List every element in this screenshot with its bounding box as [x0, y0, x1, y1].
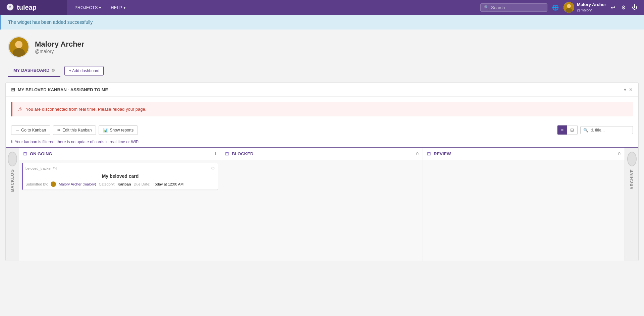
col-count-review: 0 — [618, 151, 621, 156]
avatar — [564, 2, 574, 13]
search-icon: 🔍 — [484, 5, 489, 10]
kanban-toolbar-left: → Go to Kanban ✏ Edit this Kanban 📊 Show… — [11, 125, 138, 135]
profile-avatar-image — [9, 37, 29, 57]
widget-header-actions: ▾ ✕ — [624, 87, 633, 92]
notification-message: The widget has been added successfully — [8, 19, 93, 25]
kanban-toolbar-right: ≡ ⊞ 🔍 — [557, 125, 633, 135]
grid-view-button[interactable]: ⊞ — [567, 125, 577, 135]
dashboard-settings-icon[interactable]: ⚙ — [51, 68, 55, 73]
widget-header: ⊟ MY BELOVED KANBAN - ASSIGNED TO ME ▾ ✕ — [6, 83, 638, 97]
archive-label: ARCHIVE — [630, 169, 634, 190]
svg-point-1 — [567, 4, 571, 8]
go-to-kanban-button[interactable]: → Go to Kanban — [11, 125, 50, 135]
notification-bar: The widget has been added successfully — [0, 15, 644, 30]
edit-kanban-button[interactable]: ✏ Edit this Kanban — [53, 125, 96, 135]
archive-oval — [627, 152, 637, 166]
kanban-card: beloved_tracker #4 ⚙ My beloved card Sub… — [22, 163, 218, 190]
col-collapse-ongoing[interactable]: ⊟ — [23, 151, 27, 156]
col-collapse-blocked[interactable]: ⊟ — [225, 151, 229, 156]
svg-point-4 — [15, 41, 22, 48]
col-body-blocked — [221, 160, 423, 261]
category-value: Kanban — [117, 182, 131, 186]
search-input[interactable] — [491, 5, 544, 10]
widget-collapse-icon[interactable]: ▾ — [624, 87, 626, 92]
col-count-ongoing: 1 — [214, 151, 217, 156]
profile-name: Malory Archer — [35, 40, 84, 49]
filter-note: ℹ Your kanban is filtered, there is no u… — [6, 138, 638, 147]
kanban-search-icon: 🔍 — [583, 128, 588, 133]
kanban-search-input[interactable] — [590, 128, 630, 133]
backlog-label: BACKLOG — [10, 169, 15, 192]
col-title-blocked: BLOCKED — [232, 151, 253, 156]
profile-handle: @malory — [35, 49, 84, 54]
card-title: My beloved card — [25, 173, 215, 179]
col-collapse-review[interactable]: ⊟ — [427, 151, 431, 156]
topnav-right: 🔍 🌐 Malory Archer @malory ↩ ⚙ ⏻ — [475, 2, 644, 13]
nav-projects[interactable]: PROJECTS ▾ — [70, 3, 105, 12]
col-header-review: ⊟ REVIEW 0 — [423, 148, 625, 160]
profile-section: Malory Archer @malory — [0, 30, 644, 64]
card-id: beloved_tracker #4 — [25, 166, 57, 170]
arrow-right-icon: → — [15, 128, 19, 133]
user-name: Malory Archer — [577, 2, 606, 8]
kanban-search-box[interactable]: 🔍 — [580, 126, 633, 134]
col-header-left-ongoing: ⊟ ON GOING — [23, 151, 52, 156]
kanban-widget-icon: ⊟ — [11, 87, 15, 92]
col-body-review — [423, 160, 625, 261]
col-title-ongoing: ON GOING — [30, 151, 52, 156]
kanban-toolbar: → Go to Kanban ✏ Edit this Kanban 📊 Show… — [6, 122, 638, 138]
error-icon: ⚠ — [18, 106, 22, 112]
kanban-col-blocked: ⊟ BLOCKED 0 — [221, 148, 423, 261]
error-banner: ⚠ You are disconnected from real time. P… — [11, 102, 633, 116]
col-body-ongoing: beloved_tracker #4 ⚙ My beloved card Sub… — [19, 160, 221, 261]
backlog-oval — [8, 152, 17, 166]
view-toggle: ≡ ⊞ — [557, 125, 578, 135]
col-title-review: REVIEW — [434, 151, 451, 156]
kanban-col-review: ⊟ REVIEW 0 — [423, 148, 625, 261]
widget-close-icon[interactable]: ✕ — [629, 87, 633, 92]
card-header: beloved_tracker #4 ⚙ — [25, 166, 215, 171]
power-icon[interactable]: ⏻ — [631, 3, 639, 12]
col-count-blocked: 0 — [416, 151, 419, 156]
profile-info: Malory Archer @malory — [35, 40, 84, 54]
chart-icon: 📊 — [103, 128, 108, 133]
nav-help[interactable]: HELP ▾ — [107, 3, 130, 12]
logo[interactable]: tuleap — [0, 0, 67, 15]
logo-text: tuleap — [17, 4, 37, 11]
settings-icon[interactable]: ⚙ — [620, 3, 627, 12]
col-header-left-review: ⊟ REVIEW — [427, 151, 451, 156]
add-dashboard-button[interactable]: + Add dashboard — [64, 66, 104, 75]
submitted-by-value[interactable]: Malory Archer (malory) — [59, 182, 96, 186]
globe-icon[interactable]: 🌐 — [551, 3, 560, 12]
profile-avatar — [8, 36, 30, 58]
col-header-ongoing: ⊟ ON GOING 1 — [19, 148, 221, 160]
card-meta: Submitted by: Malory Archer (malory) Cat… — [25, 181, 215, 187]
avatar-image — [564, 2, 574, 13]
tabs-bar: MY DASHBOARD ⚙ + Add dashboard — [0, 64, 644, 77]
history-icon[interactable]: ↩ — [609, 3, 616, 12]
filter-icon: ℹ — [11, 140, 13, 144]
search-box[interactable]: 🔍 — [480, 3, 547, 12]
edit-icon: ✏ — [57, 128, 61, 133]
col-header-left-blocked: ⊟ BLOCKED — [225, 151, 253, 156]
list-view-button[interactable]: ≡ — [557, 125, 567, 135]
category-label: Category: — [99, 182, 115, 186]
col-header-blocked: ⊟ BLOCKED 0 — [221, 148, 423, 160]
due-date-label: Due Date: — [134, 182, 151, 186]
tuleap-logo-icon — [5, 3, 15, 12]
due-date-value: Today at 12:00 AM — [153, 182, 183, 186]
user-handle: @malory — [577, 8, 606, 12]
backlog-column: BACKLOG — [6, 148, 19, 261]
error-message: You are disconnected from real time. Ple… — [26, 107, 146, 112]
widget-title: ⊟ MY BELOVED KANBAN - ASSIGNED TO ME — [11, 87, 108, 92]
widget-container: ⊟ MY BELOVED KANBAN - ASSIGNED TO ME ▾ ✕… — [5, 83, 639, 261]
projects-dropdown-icon: ▾ — [99, 5, 101, 10]
kanban-board: BACKLOG ⊟ ON GOING 1 beloved_tracker #4 … — [6, 147, 638, 261]
user-menu[interactable]: Malory Archer @malory — [564, 2, 606, 13]
tab-my-dashboard[interactable]: MY DASHBOARD ⚙ — [8, 64, 60, 77]
archive-column: ARCHIVE — [625, 148, 638, 261]
card-settings-icon[interactable]: ⚙ — [211, 166, 215, 171]
submitted-by-label: Submitted by: — [25, 182, 48, 186]
submitted-by-avatar — [51, 181, 56, 187]
show-reports-button[interactable]: 📊 Show reports — [99, 125, 138, 135]
